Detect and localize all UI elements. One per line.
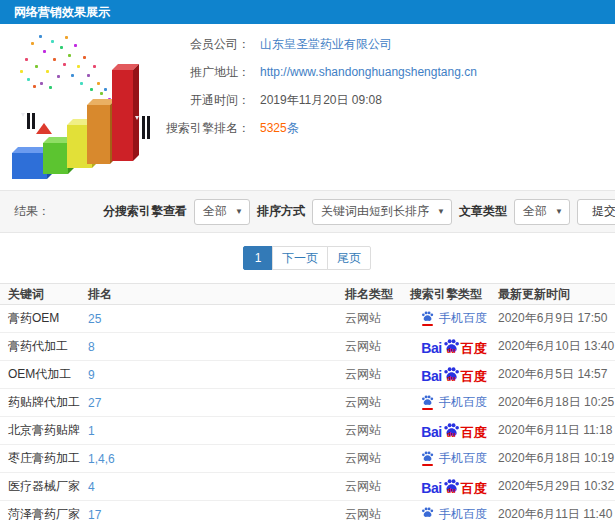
baidu-paw-icon: du [443, 422, 460, 439]
cell-rank-type: 云网站 [345, 506, 410, 520]
cell-engine: 手机百度 [410, 450, 498, 467]
mobile-baidu: 手机百度 [421, 450, 487, 467]
open-time-row: 开通时间： 2019年11月20日 09:08 [150, 86, 477, 114]
mobile-baidu-paw-icon [421, 451, 434, 466]
baidu-paw-icon: du [443, 338, 460, 355]
cell-keyword: OEM代加工 [8, 366, 88, 383]
member-company-link[interactable]: 山东皇圣堂药业有限公司 [260, 36, 392, 53]
cell-rank-type: 云网站 [345, 394, 410, 411]
rank-link[interactable]: 25 [88, 312, 101, 326]
promo-url-link[interactable]: http://www.shandonghuangshengtang.cn [260, 65, 477, 79]
baidu-logo: Bai du 百度 [421, 338, 486, 355]
bar-chart-orange-bar [87, 105, 110, 164]
businessman-left-figure [23, 113, 39, 129]
sort-label: 排序方式 [257, 203, 305, 220]
mobile-baidu-paw-icon [421, 507, 434, 520]
rank-link[interactable]: 1,4,6 [88, 452, 115, 466]
col-keyword: 关键词 [8, 286, 88, 303]
table-row: OEM代加工 9 云网站 Bai du 百度 2020年6月5日 14:57 [0, 361, 615, 389]
engine-view-select[interactable]: 全部 ▼ [194, 199, 250, 225]
cell-engine: 手机百度 [410, 394, 498, 411]
cell-rank-type: 云网站 [345, 310, 410, 327]
cell-engine: Bai du 百度 [410, 338, 498, 355]
table-row: 菏泽膏药厂家 17 云网站 手机百度 2020年6月11日 11:40 [0, 501, 615, 520]
cell-rank: 1 [88, 424, 345, 438]
open-time-label: 开通时间： [150, 92, 250, 109]
table-row: 膏药OEM 25 云网站 手机百度 2020年6月9日 17:50 [0, 305, 615, 333]
col-engine-type: 搜索引擎类型 [410, 286, 498, 303]
rank-count-unit: 条 [287, 121, 299, 135]
mobile-baidu: 手机百度 [421, 310, 487, 327]
pagination: 1 下一页 尾页 [0, 246, 615, 270]
cell-keyword: 北京膏药贴牌 [8, 422, 88, 439]
article-type-select[interactable]: 全部 ▼ [514, 199, 570, 225]
page-title: 网络营销效果展示 [14, 5, 110, 19]
member-company-label: 会员公司： [150, 36, 250, 53]
cell-updated: 2020年5月29日 10:32 [498, 478, 615, 495]
col-rank-type: 排名类型 [345, 286, 410, 303]
sort-select[interactable]: 关键词由短到长排序 ▼ [312, 199, 452, 225]
cell-rank: 17 [88, 508, 345, 520]
rank-link[interactable]: 8 [88, 340, 95, 354]
table-row: 膏药代加工 8 云网站 Bai du 百度 2020年6月10日 13:40 [0, 333, 615, 361]
chevron-down-icon: ▼ [437, 207, 445, 216]
bar-chart-blue-bar [12, 153, 47, 179]
rank-link[interactable]: 1 [88, 424, 95, 438]
cell-keyword: 菏泽膏药厂家 [8, 506, 88, 520]
baidu-paw-icon: du [443, 478, 460, 495]
last-page-button[interactable]: 尾页 [327, 246, 371, 270]
engine-rank-count[interactable]: 5325条 [260, 120, 299, 137]
col-rank: 排名 [88, 286, 345, 303]
cell-rank: 9 [88, 368, 345, 382]
cell-rank-type: 云网站 [345, 366, 410, 383]
baidu-logo: Bai du 百度 [421, 366, 486, 383]
engine-rank-label: 搜索引擎排名： [150, 120, 250, 137]
table-row: 医疗器械厂家 4 云网站 Bai du 百度 2020年5月29日 10:32 [0, 473, 615, 501]
cell-rank-type: 云网站 [345, 422, 410, 439]
cell-engine: 手机百度 [410, 310, 498, 327]
filter-controls: 分搜索引擎查看 全部 ▼ 排序方式 关键词由短到长排序 ▼ 文章类型 全部 ▼ … [103, 199, 615, 225]
cell-engine: Bai du 百度 [410, 366, 498, 383]
result-label: 结果： [14, 203, 50, 220]
col-updated: 最新更新时间 [498, 286, 615, 303]
cell-updated: 2020年6月11日 11:40 [498, 506, 615, 520]
cell-rank: 1,4,6 [88, 452, 345, 466]
baidu-paw-icon: du [443, 366, 460, 383]
sort-selected: 关键词由短到长排序 [321, 203, 429, 220]
engine-view-selected: 全部 [203, 203, 227, 220]
rank-link[interactable]: 17 [88, 508, 101, 520]
rank-link[interactable]: 9 [88, 368, 95, 382]
cell-updated: 2020年6月10日 13:40 [498, 338, 615, 355]
account-info: 会员公司： 山东皇圣堂药业有限公司 推广地址： http://www.shand… [150, 30, 477, 142]
cell-updated: 2020年6月5日 14:57 [498, 366, 615, 383]
cell-keyword: 枣庄膏药加工 [8, 450, 88, 467]
engine-view-label: 分搜索引擎查看 [103, 203, 187, 220]
page-1-button[interactable]: 1 [243, 246, 273, 270]
cell-rank-type: 云网站 [345, 338, 410, 355]
bar-chart-green-bar [43, 143, 68, 174]
bar-chart-red-bar [112, 70, 133, 161]
rank-count-number: 5325 [260, 121, 287, 135]
next-page-button[interactable]: 下一页 [272, 246, 328, 270]
submit-button[interactable]: 提交 [577, 199, 615, 225]
rank-link[interactable]: 27 [88, 396, 101, 410]
table-row: 北京膏药贴牌 1 云网站 Bai du 百度 2020年6月11日 11:18 [0, 417, 615, 445]
cell-rank: 4 [88, 480, 345, 494]
open-time-value: 2019年11月20日 09:08 [260, 92, 382, 109]
cell-updated: 2020年6月11日 11:18 [498, 422, 615, 439]
cell-keyword: 膏药OEM [8, 310, 88, 327]
table-row: 药贴牌代加工 27 云网站 手机百度 2020年6月18日 10:25 [0, 389, 615, 417]
mobile-baidu: 手机百度 [421, 394, 487, 411]
cell-engine: Bai du 百度 [410, 422, 498, 439]
mobile-baidu: 手机百度 [421, 506, 487, 520]
cell-rank: 27 [88, 396, 345, 410]
engine-rank-row: 搜索引擎排名： 5325条 [150, 114, 477, 142]
chevron-down-icon: ▼ [555, 207, 563, 216]
info-section: 会员公司： 山东皇圣堂药业有限公司 推广地址： http://www.shand… [0, 24, 615, 190]
cell-updated: 2020年6月18日 10:19 [498, 450, 615, 467]
cell-rank: 25 [88, 312, 345, 326]
rank-link[interactable]: 4 [88, 480, 95, 494]
mobile-baidu-paw-icon [421, 311, 434, 326]
app-header: 网络营销效果展示 [0, 0, 615, 24]
baidu-logo: Bai du 百度 [421, 422, 486, 439]
